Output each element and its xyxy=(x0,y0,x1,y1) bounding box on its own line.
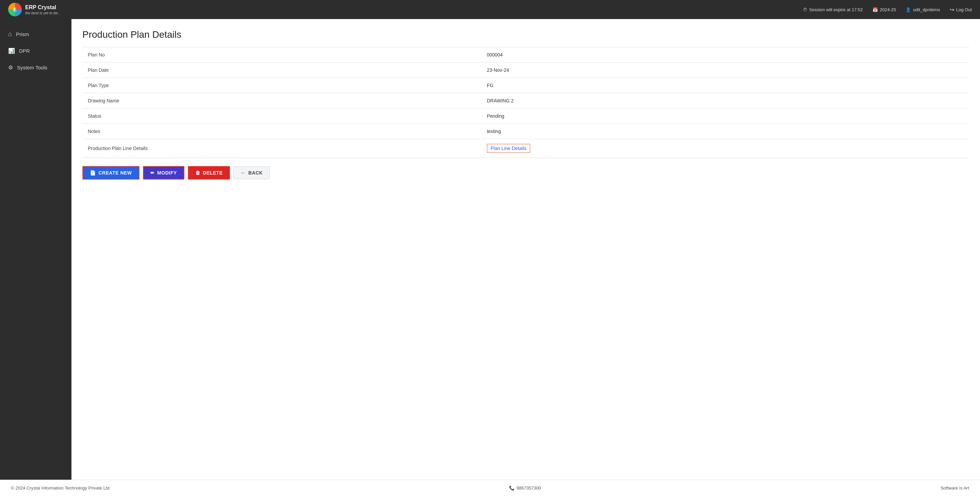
delete-button[interactable]: DELETE xyxy=(188,166,231,180)
sidebar-item-system-tools[interactable]: System Tools xyxy=(0,59,72,76)
field-label: Notes xyxy=(82,124,482,139)
main-layout: Prism DPR System Tools Production Plan D… xyxy=(0,19,980,480)
sidebar-label-system-tools: System Tools xyxy=(17,65,47,70)
table-row: Plan TypeFG xyxy=(82,78,969,93)
sidebar-label-prism: Prism xyxy=(16,31,29,37)
field-label: Plan Type xyxy=(82,78,482,93)
page-title: Production Plan Details xyxy=(82,29,969,40)
sidebar: Prism DPR System Tools xyxy=(0,19,72,480)
table-row: Plan Date23-Nov-24 xyxy=(82,63,969,78)
delete-icon xyxy=(195,170,200,175)
field-value: testing xyxy=(482,124,969,139)
user-info: udit_dprdemo xyxy=(905,7,940,12)
table-row: Notestesting xyxy=(82,124,969,139)
user-icon xyxy=(905,7,911,12)
create-new-label: CREATE NEW xyxy=(99,170,132,175)
details-table: Plan No000004Plan Date23-Nov-24Plan Type… xyxy=(82,47,969,158)
back-label: BACK xyxy=(248,170,263,175)
logout-button[interactable]: Log Out xyxy=(950,6,972,13)
arrow-left-icon xyxy=(240,170,246,175)
field-value: 000004 xyxy=(482,47,969,63)
clock-icon xyxy=(803,7,807,12)
field-value: DRAWING 2 xyxy=(482,93,969,108)
session-info: Session will expire at 17:52 xyxy=(803,7,863,12)
delete-label: DELETE xyxy=(203,170,223,175)
logo-title: ERP Crystal xyxy=(25,4,60,11)
logo-icon: E xyxy=(8,3,22,16)
table-row: Production Plan Line DetailsPlan Line De… xyxy=(82,139,969,158)
field-label: Production Plan Line Details xyxy=(82,139,482,158)
logout-label: Log Out xyxy=(956,7,972,12)
field-label: Drawing Name xyxy=(82,93,482,108)
modify-icon xyxy=(150,170,155,175)
phone-icon xyxy=(509,485,514,491)
year-info: 2024-25 xyxy=(872,7,896,12)
year-label: 2024-25 xyxy=(880,7,896,12)
table-row: StatusPending xyxy=(82,108,969,124)
table-row: Plan No000004 xyxy=(82,47,969,63)
footer-tagline: Software is Art xyxy=(940,485,969,491)
create-new-button[interactable]: CREATE NEW xyxy=(82,166,140,180)
main-content: Production Plan Details Plan No000004Pla… xyxy=(72,19,980,480)
create-icon xyxy=(90,170,96,175)
field-value[interactable]: Plan Line Details xyxy=(482,139,969,158)
field-label: Plan Date xyxy=(82,63,482,78)
plan-line-details-link[interactable]: Plan Line Details xyxy=(487,144,530,153)
back-button[interactable]: BACK xyxy=(234,166,270,179)
gear-icon xyxy=(8,64,13,71)
header: E ERP Crystal the best is yet to be.. Se… xyxy=(0,0,980,19)
footer-phone-number: 9867357300 xyxy=(517,485,541,491)
footer-copyright: © 2024 Crystal Information Technology Pr… xyxy=(11,485,110,491)
header-info: Session will expire at 17:52 2024-25 udi… xyxy=(803,6,972,13)
logo-text: ERP Crystal the best is yet to be.. xyxy=(25,4,60,14)
session-label: Session will expire at 17:52 xyxy=(809,7,863,12)
logout-icon xyxy=(950,6,954,13)
modify-button[interactable]: MODIFY xyxy=(143,166,185,180)
user-label: udit_dprdemo xyxy=(913,7,940,12)
footer-phone: 9867357300 xyxy=(509,485,541,491)
calendar-icon xyxy=(872,7,878,12)
sidebar-item-prism[interactable]: Prism xyxy=(0,26,72,43)
field-label: Plan No xyxy=(82,47,482,63)
modify-label: MODIFY xyxy=(157,170,177,175)
footer: © 2024 Crystal Information Technology Pr… xyxy=(0,480,980,496)
sidebar-item-dpr[interactable]: DPR xyxy=(0,43,72,59)
sidebar-label-dpr: DPR xyxy=(19,48,30,54)
field-value: FG xyxy=(482,78,969,93)
table-row: Drawing NameDRAWING 2 xyxy=(82,93,969,108)
field-value: 23-Nov-24 xyxy=(482,63,969,78)
action-buttons: CREATE NEW MODIFY DELETE BACK xyxy=(82,166,969,180)
bar-icon xyxy=(8,47,15,54)
logo: E ERP Crystal the best is yet to be.. xyxy=(8,3,60,16)
logo-subtitle: the best is yet to be.. xyxy=(25,11,60,15)
field-value: Pending xyxy=(482,108,969,124)
field-label: Status xyxy=(82,108,482,124)
home-icon xyxy=(8,30,12,38)
